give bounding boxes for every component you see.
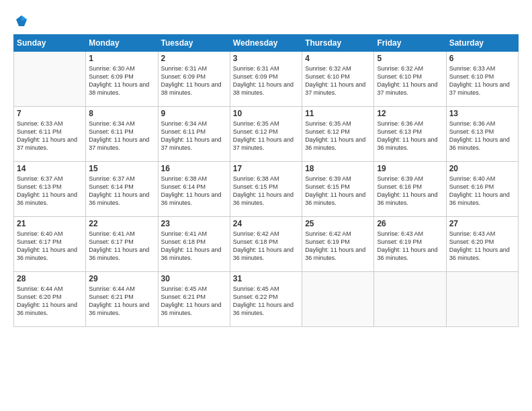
- cell-detail: Sunrise: 6:36 AMSunset: 6:13 PMDaylight:…: [449, 120, 515, 152]
- cell-detail: Sunrise: 6:37 AMSunset: 6:14 PMDaylight:…: [89, 175, 154, 208]
- daylight-text: Daylight: 11 hours and 36 minutes.: [161, 302, 222, 316]
- calendar-cell: 14Sunrise: 6:37 AMSunset: 6:13 PMDayligh…: [14, 161, 86, 216]
- sunrise-text: Sunrise: 6:43 AM: [377, 230, 423, 237]
- sunset-text: Sunset: 6:09 PM: [233, 73, 278, 80]
- sunrise-text: Sunrise: 6:39 AM: [377, 175, 423, 182]
- daylight-text: Daylight: 11 hours and 37 minutes.: [17, 136, 77, 151]
- sunset-text: Sunset: 6:10 PM: [377, 73, 422, 80]
- sunset-text: Sunset: 6:09 PM: [89, 73, 134, 80]
- day-number: 19: [377, 164, 443, 173]
- sunset-text: Sunset: 6:14 PM: [89, 183, 134, 190]
- day-number: 3: [233, 54, 299, 63]
- logo-block: [13, 12, 28, 28]
- calendar-cell: 1Sunrise: 6:30 AMSunset: 6:09 PMDaylight…: [86, 51, 158, 106]
- calendar-cell: 11Sunrise: 6:35 AMSunset: 6:12 PMDayligh…: [302, 106, 374, 161]
- cell-detail: Sunrise: 6:45 AMSunset: 6:22 PMDaylight:…: [233, 285, 299, 318]
- calendar-cell: 6Sunrise: 6:33 AMSunset: 6:10 PMDaylight…: [446, 51, 518, 106]
- day-number: 12: [377, 109, 443, 118]
- day-number: 11: [305, 109, 371, 118]
- calendar-week-3: 14Sunrise: 6:37 AMSunset: 6:13 PMDayligh…: [14, 161, 519, 216]
- calendar-cell: 23Sunrise: 6:41 AMSunset: 6:18 PMDayligh…: [158, 216, 230, 271]
- sunset-text: Sunset: 6:15 PM: [233, 183, 278, 190]
- calendar-week-4: 21Sunrise: 6:40 AMSunset: 6:17 PMDayligh…: [14, 216, 519, 271]
- daylight-text: Daylight: 11 hours and 36 minutes.: [449, 136, 510, 151]
- calendar-body: 1Sunrise: 6:30 AMSunset: 6:09 PMDaylight…: [14, 51, 519, 326]
- day-number: 10: [233, 109, 299, 118]
- day-number: 15: [89, 164, 154, 173]
- daylight-text: Daylight: 11 hours and 36 minutes.: [89, 246, 149, 261]
- calendar-cell: 31Sunrise: 6:45 AMSunset: 6:22 PMDayligh…: [230, 271, 302, 326]
- cell-detail: Sunrise: 6:32 AMSunset: 6:10 PMDaylight:…: [377, 64, 443, 97]
- cell-detail: Sunrise: 6:44 AMSunset: 6:20 PMDaylight:…: [17, 285, 83, 318]
- sunset-text: Sunset: 6:17 PM: [89, 238, 134, 245]
- day-number: 2: [161, 54, 227, 63]
- day-number: 23: [161, 219, 227, 228]
- cell-detail: Sunrise: 6:34 AMSunset: 6:11 PMDaylight:…: [161, 120, 227, 152]
- sunrise-text: Sunrise: 6:37 AM: [89, 175, 135, 182]
- sunset-text: Sunset: 6:13 PM: [377, 128, 422, 135]
- cell-detail: Sunrise: 6:39 AMSunset: 6:16 PMDaylight:…: [377, 175, 443, 208]
- day-number: 25: [305, 219, 371, 228]
- calendar-cell: 13Sunrise: 6:36 AMSunset: 6:13 PMDayligh…: [446, 106, 518, 161]
- daylight-text: Daylight: 11 hours and 36 minutes.: [89, 302, 149, 316]
- calendar-cell: 27Sunrise: 6:43 AMSunset: 6:20 PMDayligh…: [446, 216, 518, 271]
- calendar-cell: 18Sunrise: 6:39 AMSunset: 6:15 PMDayligh…: [302, 161, 374, 216]
- daylight-text: Daylight: 11 hours and 38 minutes.: [233, 81, 294, 96]
- sunrise-text: Sunrise: 6:44 AM: [89, 285, 135, 292]
- cell-detail: Sunrise: 6:43 AMSunset: 6:19 PMDaylight:…: [377, 230, 443, 263]
- daylight-text: Daylight: 11 hours and 36 minutes.: [233, 302, 294, 316]
- sunrise-text: Sunrise: 6:32 AM: [305, 65, 351, 72]
- calendar-week-5: 28Sunrise: 6:44 AMSunset: 6:20 PMDayligh…: [14, 271, 519, 326]
- day-number: 8: [89, 109, 154, 118]
- day-number: 21: [17, 219, 83, 228]
- sunset-text: Sunset: 6:22 PM: [233, 293, 278, 300]
- daylight-text: Daylight: 11 hours and 37 minutes.: [377, 81, 437, 96]
- sunset-text: Sunset: 6:20 PM: [17, 293, 62, 300]
- day-number: 9: [161, 109, 227, 118]
- day-number: 1: [89, 54, 154, 63]
- day-number: 28: [17, 274, 83, 283]
- sunset-text: Sunset: 6:13 PM: [17, 183, 62, 190]
- cell-detail: Sunrise: 6:32 AMSunset: 6:10 PMDaylight:…: [305, 64, 371, 97]
- sunset-text: Sunset: 6:18 PM: [161, 238, 206, 245]
- sunrise-text: Sunrise: 6:30 AM: [89, 65, 135, 72]
- day-header-wednesday: Wednesday: [230, 34, 302, 51]
- calendar-cell: 26Sunrise: 6:43 AMSunset: 6:19 PMDayligh…: [374, 216, 446, 271]
- day-number: 7: [17, 109, 83, 118]
- daylight-text: Daylight: 11 hours and 36 minutes.: [377, 246, 437, 261]
- sunrise-text: Sunrise: 6:39 AM: [305, 175, 351, 182]
- sunrise-text: Sunrise: 6:43 AM: [449, 230, 496, 237]
- sunset-text: Sunset: 6:12 PM: [305, 128, 350, 135]
- calendar-cell: 16Sunrise: 6:38 AMSunset: 6:14 PMDayligh…: [158, 161, 230, 216]
- page: SundayMondayTuesdayWednesdayThursdayFrid…: [0, 0, 532, 411]
- daylight-text: Daylight: 11 hours and 36 minutes.: [161, 246, 222, 261]
- cell-detail: Sunrise: 6:43 AMSunset: 6:20 PMDaylight:…: [449, 230, 515, 263]
- day-number: 4: [305, 54, 371, 63]
- day-number: 30: [161, 274, 227, 283]
- daylight-text: Daylight: 11 hours and 36 minutes.: [305, 246, 365, 261]
- daylight-text: Daylight: 11 hours and 36 minutes.: [89, 191, 149, 206]
- calendar-cell: 9Sunrise: 6:34 AMSunset: 6:11 PMDaylight…: [158, 106, 230, 161]
- cell-detail: Sunrise: 6:42 AMSunset: 6:19 PMDaylight:…: [305, 230, 371, 263]
- calendar-cell: 24Sunrise: 6:42 AMSunset: 6:18 PMDayligh…: [230, 216, 302, 271]
- header: [13, 12, 519, 28]
- sunset-text: Sunset: 6:11 PM: [161, 128, 206, 135]
- calendar-cell: 3Sunrise: 6:31 AMSunset: 6:09 PMDaylight…: [230, 51, 302, 106]
- day-number: 27: [449, 219, 515, 228]
- day-header-tuesday: Tuesday: [158, 34, 230, 51]
- daylight-text: Daylight: 11 hours and 37 minutes.: [305, 81, 365, 96]
- sunrise-text: Sunrise: 6:31 AM: [161, 65, 208, 72]
- calendar-cell: 30Sunrise: 6:45 AMSunset: 6:21 PMDayligh…: [158, 271, 230, 326]
- day-header-friday: Friday: [374, 34, 446, 51]
- daylight-text: Daylight: 11 hours and 36 minutes.: [161, 191, 222, 206]
- cell-detail: Sunrise: 6:42 AMSunset: 6:18 PMDaylight:…: [233, 230, 299, 263]
- calendar-cell: 28Sunrise: 6:44 AMSunset: 6:20 PMDayligh…: [14, 271, 86, 326]
- sunset-text: Sunset: 6:18 PM: [233, 238, 278, 245]
- sunrise-text: Sunrise: 6:35 AM: [305, 120, 351, 127]
- sunset-text: Sunset: 6:19 PM: [305, 238, 350, 245]
- sunrise-text: Sunrise: 6:33 AM: [449, 65, 496, 72]
- day-number: 20: [449, 164, 515, 173]
- sunset-text: Sunset: 6:19 PM: [377, 238, 422, 245]
- cell-detail: Sunrise: 6:36 AMSunset: 6:13 PMDaylight:…: [377, 120, 443, 152]
- daylight-text: Daylight: 11 hours and 36 minutes.: [305, 191, 365, 206]
